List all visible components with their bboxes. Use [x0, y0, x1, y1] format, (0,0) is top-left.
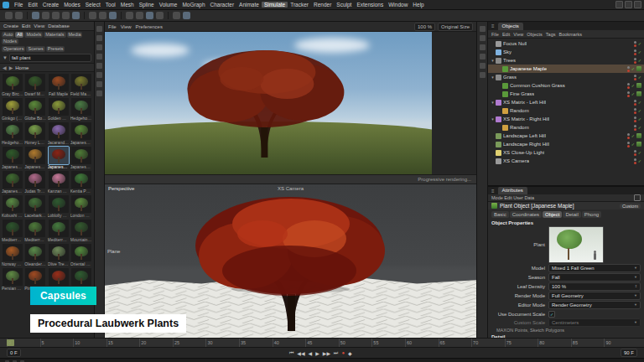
render-visibility-dot[interactable]	[627, 95, 630, 97]
enable-axis-icon[interactable]	[96, 81, 102, 87]
app-logo-icon[interactable]	[3, 2, 9, 8]
polygons-mode-icon[interactable]	[96, 72, 102, 78]
render-visibility-dot[interactable]	[627, 70, 630, 72]
texture-mode-icon[interactable]	[96, 44, 102, 50]
visibility-dots[interactable]	[627, 83, 630, 89]
editor-visibility-dot[interactable]	[634, 158, 636, 161]
timeline-tick[interactable]: 15	[106, 339, 140, 347]
asset-menu-database[interactable]: Database	[48, 23, 70, 28]
menu-spline[interactable]: Spline	[137, 2, 157, 8]
render-settings-icon[interactable]	[109, 12, 117, 19]
edges-mode-icon[interactable]	[96, 63, 102, 69]
layout-preset-3-icon[interactable]	[634, 1, 641, 8]
material-manager-icon[interactable]	[480, 35, 486, 41]
asset-item[interactable]: Dwarf Mountain Pine (Fall Plant)	[24, 74, 46, 97]
editor-visibility-dot[interactable]	[634, 100, 636, 102]
asset-item[interactable]: Field Maple (Fall Plant)	[70, 74, 92, 97]
points-mode-icon[interactable]	[96, 54, 102, 59]
simulate-scene-icon[interactable]	[173, 12, 180, 19]
asset-item[interactable]: Japanese Larch (Fall Plant)	[24, 147, 46, 170]
menu-create[interactable]: Create	[40, 2, 62, 8]
render-visibility-dot[interactable]	[634, 111, 636, 114]
visibility-dots[interactable]	[634, 125, 636, 131]
start-frame-field[interactable]: 0 F	[7, 349, 21, 357]
enabled-check-icon[interactable]: ✓	[638, 108, 641, 113]
object-row[interactable]: Japanese Maple✓	[488, 65, 644, 73]
asset-item[interactable]: Judas Tree (Fall Plant)	[24, 171, 46, 194]
asset-item[interactable]: Kentia Palm (Fall Plant)	[70, 171, 92, 194]
timeline-tick[interactable]: 30	[205, 339, 239, 347]
fit-mode-dropdown[interactable]: Original Size	[438, 23, 473, 31]
plant-preview-thumbnail[interactable]	[548, 226, 604, 263]
goto-end-icon[interactable]: ⏭	[334, 350, 338, 356]
asset-item[interactable]: Fall Maple	[48, 74, 70, 97]
object-row[interactable]: ▾XS Matrix - Left Hill✓	[488, 98, 644, 106]
plane-label[interactable]: Plane	[107, 249, 120, 254]
editor-visibility-dot[interactable]	[627, 133, 630, 136]
menu-character[interactable]: Character	[208, 2, 237, 8]
object-row[interactable]: Focus Null✓	[488, 39, 644, 48]
menu-help[interactable]: Help	[410, 2, 426, 8]
play-icon[interactable]: ▶	[315, 350, 319, 356]
asset-item[interactable]: Mediterranean Cypress (Fall Plant)	[2, 220, 23, 243]
render-visibility-dot[interactable]	[634, 53, 636, 55]
editor-visibility-dot[interactable]	[634, 49, 636, 52]
asset-item[interactable]: Kobushi Magnolia (Fall Plant)	[2, 195, 23, 219]
render-visibility-dot[interactable]	[634, 128, 636, 131]
snap-icon[interactable]	[156, 12, 164, 19]
enabled-check-icon[interactable]: ✓	[638, 158, 641, 163]
render-view[interactable]	[105, 32, 476, 174]
render-visibility-dot[interactable]	[634, 120, 636, 122]
expand-arrow-icon[interactable]: ▾	[490, 100, 496, 105]
visibility-dots[interactable]	[634, 116, 636, 122]
mode-user-data[interactable]: User Data	[513, 195, 534, 200]
viewport-label[interactable]: Perspective	[108, 186, 134, 191]
render-visibility-dot[interactable]	[627, 86, 630, 89]
enabled-check-icon[interactable]: ✓	[631, 83, 635, 88]
custom-button[interactable]: Custom	[620, 204, 641, 209]
timeline-tick[interactable]: 85	[571, 339, 605, 347]
render-menu-preferences[interactable]: Preferences	[136, 24, 163, 29]
chip-presets[interactable]: Presets	[46, 46, 65, 52]
asset-item[interactable]: Oriental Plane (Fall Plant)	[70, 244, 92, 267]
make-editable-icon[interactable]	[96, 26, 102, 32]
attr-leaf-density-field[interactable]: 100 %⇕	[548, 282, 641, 291]
timeline-tick[interactable]: 70	[471, 339, 505, 347]
timeline-tick[interactable]: 25	[173, 339, 206, 347]
render-visibility-dot[interactable]	[634, 44, 636, 47]
chip-auto[interactable]: Auto	[2, 32, 14, 38]
end-frame-field[interactable]: 90 F	[621, 349, 637, 357]
breadcrumb[interactable]: Home	[15, 65, 29, 70]
editor-visibility-dot[interactable]	[627, 142, 630, 144]
timeline-tick[interactable]: 20	[139, 339, 173, 347]
attr-tab-phong[interactable]: Phong	[582, 211, 601, 218]
enabled-check-icon[interactable]: ✓	[638, 49, 641, 54]
visibility-dots[interactable]	[634, 150, 636, 156]
render-visibility-dot[interactable]	[627, 137, 630, 139]
objects-menu-tags[interactable]: Tags	[546, 32, 556, 37]
chip-models[interactable]: Models	[24, 32, 43, 38]
timeline-tick[interactable]: 5	[40, 339, 74, 347]
objects-menu-edit[interactable]: Edit	[502, 32, 510, 37]
asset-item[interactable]: Japanese Camellia (Fall Plant)	[2, 147, 23, 170]
filter-icon[interactable]: ▼	[3, 55, 8, 60]
viewport-divider[interactable]: Progressive rendering...	[105, 174, 476, 184]
chip-all[interactable]: All	[15, 32, 23, 38]
attr-tab-detail[interactable]: Detail	[563, 211, 580, 218]
menu-extensions[interactable]: Extensions	[354, 2, 386, 8]
asset-item[interactable]: Japanese Pagoda Tree (Fall Plant)	[70, 147, 92, 170]
timeline-tick[interactable]: 80	[538, 339, 571, 347]
asset-item[interactable]: London Plane (Fall Plant)	[70, 195, 92, 219]
objects-menu-bookmarks[interactable]: Bookmarks	[558, 32, 582, 37]
timeline-tick[interactable]: 50	[339, 339, 372, 347]
tab-objects[interactable]: Objects	[498, 23, 523, 30]
prev-key-icon[interactable]: ◀◀	[297, 350, 304, 356]
menu-simulate[interactable]: Simulate	[262, 2, 288, 8]
attr-model-field[interactable]: Mixed 1 Fall Green▼	[548, 264, 641, 272]
asset-item[interactable]: Loblolly Bay (Fall Plant)	[48, 195, 70, 219]
asset-item[interactable]: Mediterranean Fan Palm (Fall Plant)	[48, 220, 70, 243]
render-visibility-dot[interactable]	[627, 145, 630, 147]
goto-start-icon[interactable]: ⏮	[289, 350, 293, 356]
enabled-check-icon[interactable]: ✓	[638, 100, 641, 105]
gravity-icon[interactable]	[183, 12, 190, 19]
